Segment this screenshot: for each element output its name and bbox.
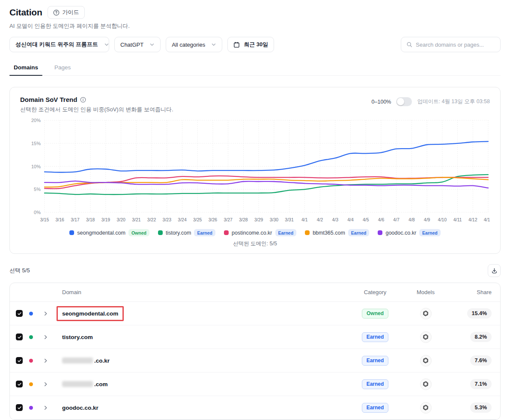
x-tick-label: 4/3	[332, 217, 338, 222]
row-expand-chevron[interactable]	[39, 334, 52, 340]
model-select[interactable]: ChatGPT	[114, 37, 161, 52]
tab-pages[interactable]: Pages	[54, 62, 72, 75]
share-cell: 15.4%	[452, 308, 492, 319]
row-expand-chevron[interactable]	[39, 381, 52, 387]
date-range-button[interactable]: 최근 30일	[227, 37, 274, 52]
category-cell: Earned	[351, 332, 399, 342]
series-color-dot	[29, 406, 33, 410]
search-input[interactable]	[416, 42, 495, 48]
row-expand-chevron[interactable]	[39, 358, 52, 363]
domain-name: tistory.com	[62, 334, 93, 340]
question-circle-icon	[53, 9, 60, 16]
x-tick-label: 4/13	[484, 217, 490, 222]
share-cell: 7.6%	[452, 355, 492, 366]
legend-item-postincome.co.kr[interactable]: postincome.co.krEarned	[224, 229, 296, 236]
legend-item-tistory.com[interactable]: tistory.comEarned	[158, 229, 215, 236]
filter-bar: 성신여대 키워드 위주의 프롬프트 ChatGPT All categories…	[9, 37, 501, 52]
category-badge: Earned	[362, 379, 389, 389]
sov-trend-chart: 0%5%10%15%20%3/153/163/173/183/193/203/2…	[20, 117, 490, 226]
legend-domain-name: bbmt365.com	[313, 230, 345, 236]
share-cell: 5.3%	[452, 402, 492, 413]
category-select[interactable]: All categories	[166, 37, 222, 52]
row-expand-chevron[interactable]	[39, 405, 52, 411]
legend-item-seongmodental.com[interactable]: seongmodental.comOwned	[69, 229, 149, 236]
guide-button[interactable]: 가이드	[48, 6, 85, 19]
info-icon[interactable]	[80, 97, 86, 103]
table-row[interactable]: tistory.com Earned 8.2%	[10, 325, 500, 349]
redacted-domain-blur	[62, 357, 93, 363]
column-header-category: Category	[351, 289, 399, 295]
table-row[interactable]: .com Earned 7.1%	[10, 372, 500, 396]
y-tick-label: 20%	[31, 118, 41, 123]
series-color-dot	[29, 382, 33, 386]
date-range-value: 최근 30일	[244, 41, 268, 48]
row-checkbox[interactable]	[16, 334, 23, 340]
chart-title: Domain SoV Trend	[20, 96, 372, 103]
prompt-select-value: 성신여대 키워드 위주의 프롬프트	[15, 41, 98, 48]
series-line-goodoc.co.kr	[45, 181, 488, 188]
domain-cell: seongmodental.com	[54, 310, 349, 317]
search-box[interactable]	[401, 37, 501, 52]
table-row[interactable]: seongmodental.com Owned 15.4%	[10, 302, 500, 325]
x-tick-label: 3/17	[71, 217, 80, 222]
page-title: Citation	[9, 7, 42, 18]
scale-toggle[interactable]	[396, 97, 412, 106]
chatgpt-icon	[420, 355, 432, 366]
selection-count-label: 선택 5/5	[9, 267, 30, 274]
legend-color-dot	[69, 230, 74, 235]
row-checkbox[interactable]	[16, 357, 23, 364]
x-tick-label: 3/25	[193, 217, 202, 222]
x-tick-label: 4/9	[424, 217, 430, 222]
legend-badge: Earned	[348, 229, 370, 236]
column-header-domain: Domain	[54, 289, 349, 295]
row-checkbox[interactable]	[16, 404, 23, 411]
table-row[interactable]: goodoc.co.kr Earned 5.3%	[10, 396, 500, 420]
domain-name: goodoc.co.kr	[62, 405, 98, 411]
chart-legend: seongmodental.comOwnedtistory.comEarnedp…	[20, 229, 490, 236]
chatgpt-icon	[420, 308, 432, 319]
legend-item-goodoc.co.kr[interactable]: goodoc.co.krEarned	[378, 229, 440, 236]
chatgpt-icon	[420, 378, 432, 390]
row-checkbox[interactable]	[16, 310, 23, 317]
download-icon	[491, 268, 498, 274]
chatgpt-icon	[420, 331, 432, 343]
x-tick-label: 4/1	[301, 217, 308, 222]
share-cell: 8.2%	[452, 332, 492, 342]
x-tick-label: 3/24	[178, 217, 187, 222]
x-tick-label: 4/6	[378, 217, 385, 222]
category-select-value: All categories	[172, 42, 205, 48]
x-tick-label: 4/8	[409, 217, 415, 222]
legend-item-bbmt365.com[interactable]: bbmt365.comEarned	[305, 229, 369, 236]
table-row[interactable]: .co.kr Earned 7.6%	[10, 349, 500, 372]
page-subtitle: AI 모델이 인용한 도메인과 페이지를 분석합니다.	[9, 22, 501, 30]
chatgpt-icon	[420, 402, 432, 414]
tab-bar: Domains Pages	[9, 62, 501, 76]
updated-timestamp: 업데이트: 4월 13일 오후 03:58	[417, 98, 490, 105]
category-cell: Earned	[351, 379, 399, 389]
x-tick-label: 4/10	[438, 217, 447, 222]
domain-name: .com	[94, 381, 108, 387]
legend-domain-name: goodoc.co.kr	[385, 230, 416, 236]
y-tick-label: 5%	[34, 187, 41, 192]
x-tick-label: 4/12	[468, 217, 477, 222]
chevron-down-icon	[104, 42, 109, 47]
y-tick-label: 10%	[31, 164, 41, 169]
download-button[interactable]	[488, 264, 501, 277]
domain-cell: tistory.com	[54, 334, 349, 340]
row-checkbox[interactable]	[16, 381, 23, 387]
legend-domain-name: postincome.co.kr	[232, 230, 272, 236]
row-expand-chevron[interactable]	[39, 311, 52, 316]
domain-cell: .com	[54, 381, 349, 387]
series-color-dot	[29, 335, 33, 339]
x-tick-label: 3/29	[254, 217, 263, 222]
table-header-row: Domain Category Models Share	[10, 283, 500, 302]
line-chart-canvas: 0%5%10%15%20%3/153/163/173/183/193/203/2…	[20, 117, 490, 225]
category-badge: Owned	[362, 309, 388, 319]
x-tick-label: 4/2	[317, 217, 323, 222]
share-value: 8.2%	[470, 332, 492, 342]
prompt-select[interactable]: 성신여대 키워드 위주의 프롬프트	[9, 37, 109, 52]
calendar-icon	[233, 42, 240, 48]
legend-color-dot	[224, 230, 229, 235]
legend-badge: Earned	[419, 229, 441, 236]
tab-domains[interactable]: Domains	[13, 62, 39, 75]
